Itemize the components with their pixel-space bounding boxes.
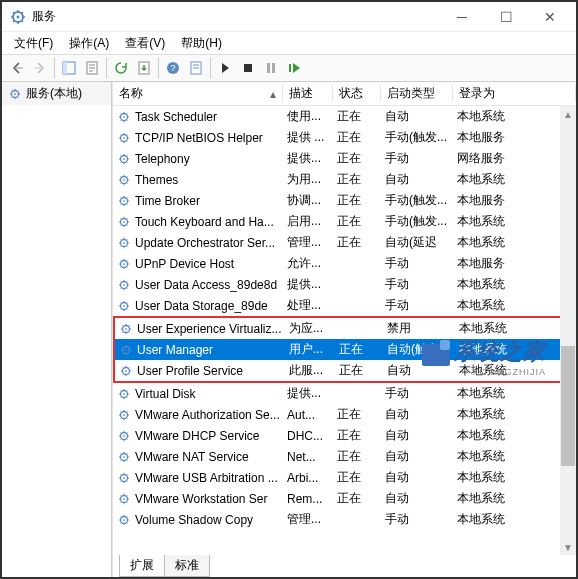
toolbar: ? [2,54,576,82]
service-row[interactable]: Volume Shadow Copy管理...手动本地系统 [113,509,576,530]
col-status[interactable]: 状态 [333,85,381,102]
tab-extended[interactable]: 扩展 [119,555,165,577]
svg-point-28 [123,242,125,244]
gear-icon [117,152,131,166]
scrollbar[interactable]: ▲ ▼ [560,106,576,555]
col-logon[interactable]: 登录为 [453,85,576,102]
menu-help[interactable]: 帮助(H) [175,33,228,54]
service-row[interactable]: User Experience Virtualiz...为应...禁用本地系统 [115,318,574,339]
show-hide-tree-button[interactable] [58,57,80,79]
service-startup: 自动(触发... [383,341,455,358]
refresh-button[interactable] [110,57,132,79]
service-logon: 本地系统 [453,406,576,423]
restart-button[interactable] [283,57,305,79]
menu-file[interactable]: 文件(F) [8,33,59,54]
svg-point-22 [123,179,125,181]
service-name: TCP/IP NetBIOS Helper [135,131,263,145]
service-row[interactable]: Virtual Disk提供...手动本地系统 [113,383,576,404]
service-row[interactable]: UPnP Device Host允许...手动本地服务 [113,253,576,274]
service-status: 正在 [333,150,381,167]
forward-button[interactable] [29,57,51,79]
start-button[interactable] [214,57,236,79]
service-desc: 为应... [285,320,335,337]
properties2-button[interactable] [185,57,207,79]
service-name: Volume Shadow Copy [135,513,253,527]
maximize-button[interactable]: ☐ [484,3,528,31]
service-row[interactable]: User Data Access_89de8d提供...手动本地系统 [113,274,576,295]
service-logon: 本地系统 [453,490,576,507]
sidebar-item-services-local[interactable]: 服务(本地) [2,82,111,105]
service-name: Virtual Disk [135,387,195,401]
menu-action[interactable]: 操作(A) [63,33,115,54]
service-row[interactable]: VMware USB Arbitration ...Arbi...正在自动本地系… [113,467,576,488]
service-logon: 本地系统 [453,448,576,465]
service-desc: 允许... [283,255,333,272]
service-logon: 本地系统 [453,469,576,486]
service-name: User Data Access_89de8d [135,278,277,292]
gear-icon [119,322,133,336]
col-name[interactable]: 名称▴ [113,85,283,102]
properties-button[interactable] [81,57,103,79]
help-button[interactable]: ? [162,57,184,79]
service-name: UPnP Device Host [135,257,234,271]
gear-icon [8,87,22,101]
col-desc[interactable]: 描述 [283,85,333,102]
service-startup: 自动 [381,427,453,444]
service-status: 正在 [333,192,381,209]
scroll-up-button[interactable]: ▲ [560,106,576,122]
service-row[interactable]: VMware Authorization Se...Aut...正在自动本地系统 [113,404,576,425]
service-name: VMware USB Arbitration ... [135,471,278,485]
menu-view[interactable]: 查看(V) [119,33,171,54]
service-row[interactable]: VMware Workstation SerRem...正在自动本地系统 [113,488,576,509]
service-row[interactable]: User Manager用户...正在自动(触发...本地系统 [115,339,574,360]
service-row[interactable]: VMware NAT ServiceNet...正在自动本地系统 [113,446,576,467]
svg-point-46 [123,435,125,437]
service-desc: 管理... [283,234,333,251]
service-logon: 本地系统 [453,511,576,528]
service-status: 正在 [333,427,381,444]
tab-standard[interactable]: 标准 [164,555,210,577]
gear-icon [117,513,131,527]
export-button[interactable] [133,57,155,79]
minimize-button[interactable]: ─ [440,3,484,31]
svg-point-26 [123,221,125,223]
svg-point-20 [123,158,125,160]
gear-icon [117,257,131,271]
service-row[interactable]: TCP/IP NetBIOS Helper提供 ...正在手动(触发...本地服… [113,127,576,148]
sidebar: 服务(本地) [2,82,112,577]
col-startup[interactable]: 启动类型 [381,85,453,102]
service-startup: 手动 [381,276,453,293]
gear-icon [119,343,133,357]
service-row[interactable]: Update Orchestrator Ser...管理...正在自动(延迟本地… [113,232,576,253]
service-status: 正在 [333,490,381,507]
service-row[interactable]: Task Scheduler使用...正在自动本地系统 [113,106,576,127]
scroll-down-button[interactable]: ▼ [560,539,576,555]
back-button[interactable] [6,57,28,79]
service-status: 正在 [333,406,381,423]
service-row[interactable]: Telephony提供...正在手动网络服务 [113,148,576,169]
stop-button[interactable] [237,57,259,79]
close-button[interactable]: ✕ [528,3,572,31]
column-headers: 名称▴ 描述 状态 启动类型 登录为 [113,82,576,106]
pause-button[interactable] [260,57,282,79]
service-name: Touch Keyboard and Ha... [135,215,274,229]
service-row[interactable]: User Profile Service此服...正在自动本地系统 [115,360,574,381]
scrollbar-thumb[interactable] [561,346,575,466]
svg-point-34 [123,305,125,307]
service-row[interactable]: User Data Storage_89de处理...手动本地系统 [113,295,576,316]
service-name: User Data Storage_89de [135,299,268,313]
tabbar: 扩展 标准 [113,555,576,577]
service-name: User Profile Service [137,364,243,378]
service-row[interactable]: Touch Keyboard and Ha...启用...正在手动(触发...本… [113,211,576,232]
service-row[interactable]: Themes为用...正在自动本地系统 [113,169,576,190]
gear-icon [117,450,131,464]
service-desc: 提供... [283,276,333,293]
service-row[interactable]: Time Broker协调...正在手动(触发...本地服务 [113,190,576,211]
gear-icon [117,194,131,208]
main-pane: 名称▴ 描述 状态 启动类型 登录为 Task Scheduler使用...正在… [112,82,576,577]
gear-icon [119,364,133,378]
service-desc: 提供... [283,385,333,402]
services-list: Task Scheduler使用...正在自动本地系统TCP/IP NetBIO… [113,106,576,530]
service-name: Time Broker [135,194,200,208]
service-row[interactable]: VMware DHCP ServiceDHC...正在自动本地系统 [113,425,576,446]
